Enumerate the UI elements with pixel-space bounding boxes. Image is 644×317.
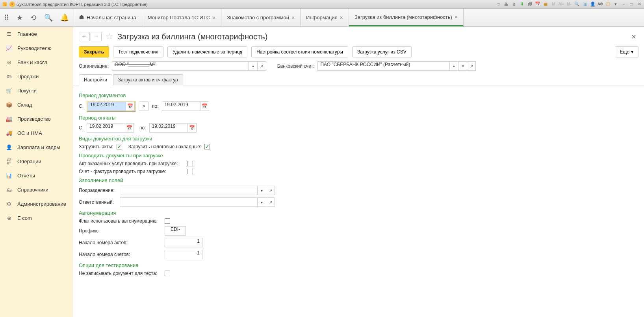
test-connection-button[interactable]: Тест подключения <box>113 46 163 57</box>
factory-icon: 🏭 <box>6 115 13 122</box>
sidebar-label: Главное <box>17 31 37 37</box>
page-header: ← → ☆ Загрузка из биллинга (многотарифно… <box>73 27 644 46</box>
sidebar-item-sales[interactable]: 🛍Продажи <box>0 69 73 83</box>
load-tax-checkbox[interactable] <box>204 144 210 149</box>
copy-icon[interactable]: 🗐 <box>527 1 533 7</box>
sidebar-item-ecom[interactable]: ⊛E com <box>0 211 73 225</box>
open-icon[interactable]: ↗ <box>467 61 476 71</box>
dropdown-icon[interactable] <box>9 2 15 7</box>
docs-from-input[interactable]: 19.02.2019 <box>87 101 126 111</box>
maximize-icon[interactable]: ▭ <box>628 1 635 7</box>
page-close-icon[interactable]: × <box>631 32 636 41</box>
grid-icon[interactable]: ▦ <box>542 1 549 7</box>
sidebar-label: Справочники <box>17 187 48 193</box>
close-window-icon[interactable]: ✕ <box>636 1 642 7</box>
star-icon[interactable]: ★ <box>17 13 23 22</box>
dropdown-icon-2[interactable]: ▾ <box>612 1 619 7</box>
delete-marked-button[interactable]: Удалить помеченные за период <box>167 46 247 57</box>
calendar-icon[interactable]: 📅 <box>200 101 209 111</box>
m-minus-icon[interactable]: M- <box>566 1 572 7</box>
calendar-icon[interactable]: 📅 <box>535 1 541 7</box>
tab-home[interactable]: Начальная страница <box>73 9 142 26</box>
calendar-icon[interactable]: 📅 <box>125 123 134 133</box>
pay-to-input[interactable]: 19.02.2019 <box>149 123 188 133</box>
dropdown-icon[interactable]: ▾ <box>258 186 266 195</box>
form-tab-load-acts[interactable]: Загрузка актов и сч-фактур <box>113 74 183 85</box>
load-csv-button[interactable]: Загрузка услуг из CSV <box>352 46 412 57</box>
division-input[interactable] <box>120 186 258 195</box>
nav-back-button[interactable]: ← <box>79 32 90 41</box>
more-button[interactable]: Еще▾ <box>615 46 638 57</box>
dropdown-icon[interactable]: ▾ <box>450 61 458 71</box>
tab-close-icon[interactable]: × <box>340 15 343 21</box>
bank-label: Банковский счет: <box>277 63 315 69</box>
info-icon[interactable]: ⓘ <box>605 1 611 7</box>
tab-info[interactable]: Информация × <box>301 9 349 26</box>
user-icon[interactable]: 👤 <box>590 1 596 7</box>
form-tab-settings[interactable]: Настройки <box>79 74 112 85</box>
load-acts-checkbox[interactable] <box>117 144 122 149</box>
globe-icon: ⊛ <box>6 214 13 221</box>
print-icon[interactable]: 🖶 <box>503 1 509 7</box>
sidebar-item-hr[interactable]: 👤Зарплата и кадры <box>0 140 73 154</box>
sidebar-label: Зарплата и кадры <box>17 144 60 150</box>
m-icon[interactable]: M <box>550 1 557 7</box>
close-button[interactable]: Закрыть <box>79 46 109 57</box>
dropdown-icon[interactable]: ▾ <box>258 197 266 207</box>
tab-monitor[interactable]: Монитор Портала 1С:ИТС × <box>142 9 222 26</box>
dropdown-icon[interactable]: ▾ <box>249 61 258 71</box>
tab-close-icon[interactable]: × <box>291 15 295 21</box>
clear-icon[interactable]: × <box>458 61 467 71</box>
tab-intro[interactable]: Знакомство с программой × <box>221 9 301 26</box>
sidebar-item-purchases[interactable]: 🛒Покупки <box>0 83 73 98</box>
no-write-test-checkbox[interactable] <box>165 271 170 276</box>
sidebar-item-operations[interactable]: ДтКтОперации <box>0 154 73 168</box>
open-icon[interactable]: ↗ <box>266 197 275 207</box>
sidebar-item-assets[interactable]: 🚚ОС и НМА <box>0 126 73 140</box>
period-forward-button[interactable]: > <box>139 101 149 111</box>
tab-close-icon[interactable]: × <box>455 14 458 20</box>
autonum-flag-checkbox[interactable] <box>165 218 170 224</box>
calendar-icon[interactable]: 📅 <box>188 123 197 133</box>
nav-forward-button[interactable]: → <box>91 32 102 41</box>
sidebar-item-main[interactable]: ☰Главное <box>0 27 73 41</box>
search-doc-icon[interactable]: 🗎 <box>511 1 517 7</box>
bank-account-input[interactable]: ПАО "СБЕРБАНК РОССИИ" (Расчетный) <box>317 61 450 71</box>
prefix-input[interactable]: EDI- <box>165 226 186 236</box>
apps-icon[interactable]: ⠿ <box>4 13 9 22</box>
sidebar-item-reports[interactable]: 📊Отчеты <box>0 168 73 182</box>
tab-close-icon[interactable]: × <box>212 15 215 21</box>
zoom-icon[interactable]: 🔍 <box>574 1 580 7</box>
docs-to-input[interactable]: 19.02.2019 <box>162 101 200 111</box>
invoice-conduct-checkbox[interactable] <box>187 169 193 174</box>
nomenclature-mapping-button[interactable]: Настройка соответствия номенклатуры <box>251 46 348 57</box>
sidebar-item-warehouse[interactable]: 📦Склад <box>0 98 73 112</box>
user-label: АФ <box>598 2 603 6</box>
favorite-star-icon[interactable]: ☆ <box>106 31 113 42</box>
sidebar-item-bank[interactable]: ⊝Банк и касса <box>0 55 73 69</box>
open-icon[interactable]: ↗ <box>266 186 275 195</box>
responsible-input[interactable] <box>120 197 258 207</box>
invoices-start-input[interactable]: 1 <box>165 250 202 259</box>
org-input[interactable]: ООО "________М" <box>112 61 249 71</box>
sidebar-label: Операции <box>17 158 41 164</box>
sidebar: ☰Главное 📈Руководителю ⊝Банк и касса 🛍Пр… <box>0 27 73 317</box>
act-conduct-checkbox[interactable] <box>187 161 193 166</box>
titlebar-icon-1[interactable]: ▭ <box>495 1 501 7</box>
acts-start-input[interactable]: 1 <box>165 238 202 247</box>
search-icon[interactable]: 🔍 <box>44 13 53 22</box>
tab-billing-load[interactable]: Загрузка из биллинга (многотарифность) × <box>349 9 464 26</box>
panels-icon[interactable]: ▯▯ <box>582 1 588 7</box>
calc-icon[interactable]: ⬇ <box>519 1 525 7</box>
sidebar-item-production[interactable]: 🏭Производство <box>0 112 73 126</box>
calendar-icon[interactable]: 📅 <box>126 101 135 111</box>
minimize-icon[interactable]: － <box>620 1 627 7</box>
sidebar-item-manager[interactable]: 📈Руководителю <box>0 41 73 55</box>
sidebar-item-admin[interactable]: ⚙Администрирование <box>0 197 73 211</box>
history-icon[interactable]: ⟲ <box>30 13 36 22</box>
pay-from-input[interactable]: 19.02.2019 <box>87 123 125 133</box>
open-icon[interactable]: ↗ <box>258 61 266 71</box>
m-plus-icon[interactable]: M+ <box>558 1 564 7</box>
sidebar-item-directories[interactable]: 🗂Справочники <box>0 182 73 197</box>
bell-icon[interactable]: 🔔 <box>60 13 69 22</box>
